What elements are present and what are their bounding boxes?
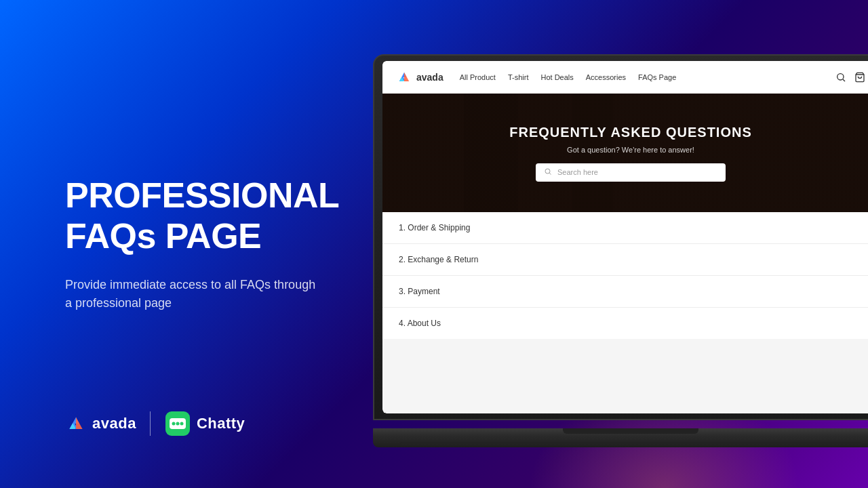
laptop-body: avada All Product T-shirt Hot Deals Acce… — [373, 54, 868, 420]
faq-item-1[interactable]: 1. Order & Shipping — [382, 212, 868, 244]
svg-point-8 — [180, 422, 183, 426]
avada-logo-text: avada — [92, 415, 136, 432]
title-line1: PROFESSIONAL — [65, 176, 339, 215]
search-icon[interactable] — [835, 72, 846, 83]
nav-link-all-product[interactable]: All Product — [460, 73, 496, 81]
faq-list: 1. Order & Shipping 2. Exchange & Return… — [382, 212, 868, 339]
chatty-logo-icon — [164, 410, 191, 437]
site-nav-logo-text: avada — [416, 72, 443, 83]
faq-item-4[interactable]: 4. About Us — [382, 308, 868, 339]
nav-link-tshirt[interactable]: T-shirt — [508, 73, 529, 81]
svg-marker-2 — [76, 417, 83, 429]
logo-bar: avada Chatty — [65, 410, 245, 437]
chatty-logo: Chatty — [164, 410, 245, 437]
main-heading: PROFESSIONAL FAQs PAGE — [65, 176, 404, 257]
faq-item-3[interactable]: 3. Payment — [382, 276, 868, 308]
svg-point-6 — [172, 422, 175, 426]
chatty-logo-text: Chatty — [197, 415, 245, 432]
hero-banner: FREQUENTLY ASKED QUESTIONS Got a questio… — [382, 94, 868, 212]
site-nav-logo: avada — [396, 69, 443, 85]
svg-marker-10 — [404, 73, 409, 81]
hero-subtitle: Got a question? We're here to answer! — [567, 146, 694, 154]
faq-search-icon — [544, 167, 552, 178]
faq-search-placeholder: Search here — [557, 168, 598, 176]
svg-point-7 — [176, 422, 179, 426]
site-avada-icon — [396, 69, 412, 85]
svg-line-16 — [549, 173, 551, 174]
faq-search-bar[interactable]: Search here — [536, 163, 726, 182]
nav-link-hotdeals[interactable]: Hot Deals — [540, 73, 573, 81]
logo-divider — [150, 411, 151, 436]
cart-icon[interactable] — [854, 72, 865, 83]
title-line2: FAQs PAGE — [65, 216, 261, 256]
site-nav-icons — [835, 72, 865, 83]
svg-point-12 — [837, 74, 844, 80]
site-nav: avada All Product T-shirt Hot Deals Acce… — [382, 61, 868, 94]
hero-title: FREQUENTLY ASKED QUESTIONS — [509, 125, 752, 140]
svg-point-15 — [545, 169, 550, 174]
website-content: avada All Product T-shirt Hot Deals Acce… — [382, 61, 868, 413]
faq-item-2[interactable]: 2. Exchange & Return — [382, 244, 868, 276]
site-nav-links: All Product T-shirt Hot Deals Accessorie… — [460, 73, 835, 81]
laptop-feet — [400, 442, 861, 445]
nav-link-faqs[interactable]: FAQs Page — [638, 73, 676, 81]
subtitle-text: Provide immediate access to all FAQs thr… — [65, 276, 323, 312]
nav-link-accessories[interactable]: Accessories — [586, 73, 626, 81]
laptop-screen-bezel: avada All Product T-shirt Hot Deals Acce… — [382, 61, 868, 413]
laptop-base — [373, 428, 868, 447]
avada-logo: avada — [65, 413, 136, 434]
laptop-hinge — [563, 428, 698, 434]
laptop-mockup: avada All Product T-shirt Hot Deals Acce… — [373, 54, 868, 447]
avada-logo-icon — [65, 413, 87, 434]
svg-line-13 — [843, 79, 845, 81]
